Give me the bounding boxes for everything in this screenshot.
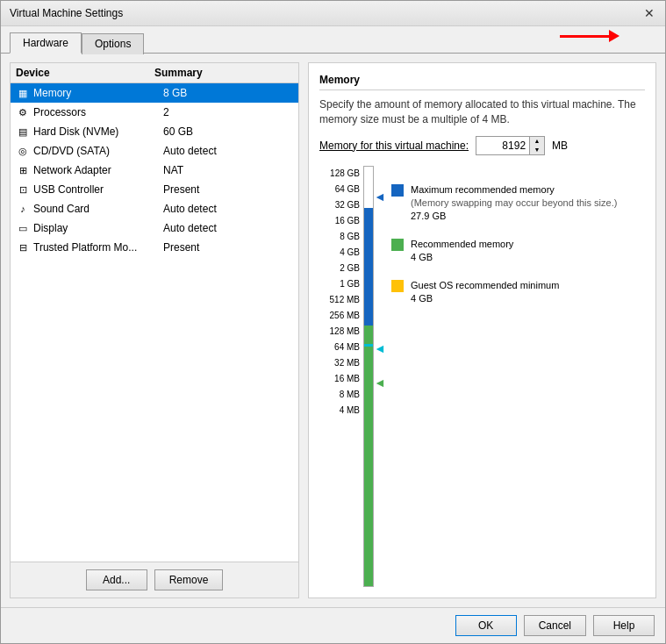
device-item-cd-dvd[interactable]: ◎ CD/DVD (SATA) Auto detect [11,141,298,161]
scale-label: 16 GB [319,213,363,229]
device-item-tpm[interactable]: ⊟ Trusted Platform Mo... Present [11,238,298,257]
add-button[interactable]: Add... [86,569,147,590]
scale-label: 1 GB [319,276,363,292]
spin-buttons: ▲ ▼ [529,137,544,154]
scale-label: 8 GB [319,229,363,245]
memory-input-row: Memory for this virtual machine: ▲ ▼ MB [319,136,645,155]
device-name-sound: Sound Card [33,203,163,215]
scale-label: 4 MB [319,403,363,419]
device-item-hard-disk[interactable]: ▤ Hard Disk (NVMe) 60 GB [11,122,298,141]
memory-for-vm-label: Memory for this virtual machine: [319,140,469,152]
device-icon-cd-dvd: ◎ [16,144,30,158]
window-title: Virtual Machine Settings [10,7,123,19]
footer: OK Cancel Help [1,607,665,643]
scale-label: 4 GB [319,245,363,261]
scale-label: 2 GB [319,261,363,276]
device-summary-hard-disk: 60 GB [163,125,293,138]
device-name-cd-dvd: CD/DVD (SATA) [33,145,163,157]
memory-description: Specify the amount of memory allocated t… [319,97,645,127]
scale-section: 128 GB64 GB32 GB16 GB8 GB4 GB2 GB1 GB512… [319,166,384,587]
legend-box-1 [391,239,404,251]
scale-label: 8 MB [319,387,363,403]
scale-label: 128 MB [319,324,363,340]
col-summary-header: Summary [154,67,293,79]
scale-bar-and-arrows: ◄ ◄ ◄ [363,166,384,587]
scale-track [363,166,374,587]
scale-label: 64 MB [319,340,363,355]
memory-panel-title: Memory [319,74,645,90]
device-list-panel: Device Summary ▦ Memory 8 GB ⚙ Processor… [10,62,299,598]
legend-label-2: Guest OS recommended minimum [411,279,559,292]
legend-box-0 [391,184,404,197]
device-item-processors[interactable]: ⚙ Processors 2 [11,103,298,122]
device-summary-display: Auto detect [163,222,293,234]
device-item-network[interactable]: ⊞ Network Adapter NAT [11,161,298,180]
device-icon-sound: ♪ [16,202,30,216]
scale-label: 512 MB [319,292,363,308]
device-summary-network: NAT [163,164,293,176]
ok-button[interactable]: OK [455,615,517,636]
device-summary-tpm: Present [163,241,293,254]
legend-item-2: Guest OS recommended minimum 4 GB [391,279,617,306]
legend-text-1: Recommended memory 4 GB [411,238,513,265]
content-area: Device Summary ▦ Memory 8 GB ⚙ Processor… [1,54,665,607]
virtual-machine-settings-window: Virtual Machine Settings ✕ Hardware Opti… [0,0,666,644]
device-name-network: Network Adapter [33,164,163,176]
device-icon-processors: ⚙ [16,105,30,119]
memory-panel: Memory Specify the amount of memory allo… [308,62,656,598]
tab-hardware[interactable]: Hardware [10,32,82,54]
device-summary-memory: 8 GB [163,87,293,99]
scale-label: 128 GB [319,166,363,182]
device-summary-cd-dvd: Auto detect [163,145,293,157]
scale-label: 64 GB [319,182,363,197]
device-icon-display: ▭ [16,221,30,235]
legend-label-0: Maximum recommended memory [411,183,617,197]
device-item-sound[interactable]: ♪ Sound Card Auto detect [11,199,298,218]
panel-buttons: Add... Remove [11,562,298,597]
scale-label: 256 MB [319,308,363,324]
spin-up-button[interactable]: ▲ [530,137,544,146]
mb-unit-label: MB [552,140,568,152]
device-item-usb[interactable]: ⊡ USB Controller Present [11,180,298,199]
memory-value-input[interactable] [476,138,529,154]
tab-bar: Hardware Options [1,26,665,54]
legend-area: Maximum recommended memory (Memory swapp… [391,166,617,587]
device-icon-tpm: ⊟ [16,240,30,254]
device-list: ▦ Memory 8 GB ⚙ Processors 2 ▤ Hard Disk… [11,83,298,562]
scale-label: 16 MB [319,371,363,387]
help-button[interactable]: Help [593,615,655,636]
device-item-display[interactable]: ▭ Display Auto detect [11,218,298,238]
device-item-memory[interactable]: ▦ Memory 8 GB [11,83,298,103]
scale-label: 32 MB [319,355,363,371]
cancel-button[interactable]: Cancel [524,615,586,636]
current-indicator [364,344,373,347]
device-icon-hard-disk: ▤ [16,125,30,139]
spin-down-button[interactable]: ▼ [530,146,544,154]
legend-text-0: Maximum recommended memory (Memory swapp… [411,183,617,224]
device-icon-network: ⊞ [16,163,30,177]
blue-arrow-marker: ◄ [374,190,386,203]
memory-visualization: 128 GB64 GB32 GB16 GB8 GB4 GB2 GB1 GB512… [319,166,645,587]
remove-button[interactable]: Remove [154,569,224,590]
scale-label: 32 GB [319,197,363,213]
device-summary-usb: Present [163,183,293,196]
title-bar: Virtual Machine Settings ✕ [1,1,665,26]
legend-value-2: 4 GB [411,292,559,305]
legend-value-1: 4 GB [411,251,513,264]
legend-text-2: Guest OS recommended minimum 4 GB [411,279,559,306]
device-summary-processors: 2 [163,106,293,118]
legend-item-1: Recommended memory 4 GB [391,238,617,265]
device-name-processors: Processors [33,106,163,118]
green-arrow-marker: ◄ [374,376,386,389]
device-summary-sound: Auto detect [163,203,293,215]
close-button[interactable]: ✕ [642,6,656,20]
cyan-arrow-marker: ◄ [374,342,386,354]
legend-sub-0: (Memory swapping may occur beyond this s… [411,197,617,210]
legend-label-1: Recommended memory [411,238,513,251]
device-icon-memory: ▦ [16,86,30,100]
legend-box-2 [391,280,404,292]
scale-labels: 128 GB64 GB32 GB16 GB8 GB4 GB2 GB1 GB512… [319,166,363,587]
tab-options[interactable]: Options [82,33,144,54]
memory-input-wrap: ▲ ▼ [476,136,545,155]
legend-value-0: 27.9 GB [411,210,617,223]
